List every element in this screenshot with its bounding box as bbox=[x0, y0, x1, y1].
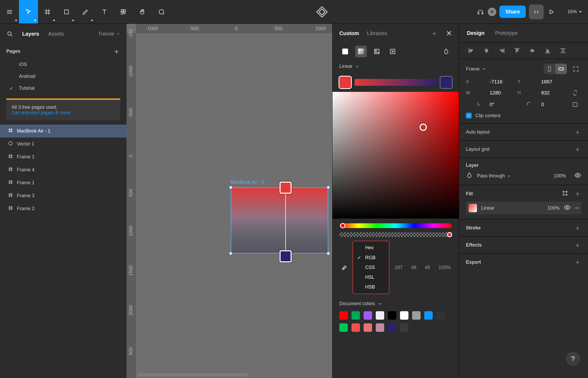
main-menu-button[interactable] bbox=[0, 0, 19, 23]
format-option-hex[interactable]: Hex bbox=[353, 243, 389, 253]
visibility-toggle[interactable] bbox=[574, 172, 581, 180]
paint-video[interactable] bbox=[387, 46, 398, 57]
tab-design[interactable]: Design bbox=[467, 30, 485, 36]
search-icon[interactable] bbox=[6, 30, 13, 37]
blend-droplet-icon[interactable] bbox=[466, 172, 473, 180]
swatch[interactable] bbox=[376, 323, 384, 332]
gradient-stop-start[interactable] bbox=[279, 182, 292, 194]
pos-x[interactable]: -7116 bbox=[490, 79, 518, 85]
fill-swatch[interactable] bbox=[469, 204, 477, 212]
gradient-stop-end[interactable] bbox=[279, 250, 292, 262]
fill-styles-button[interactable] bbox=[562, 190, 568, 198]
comment-tool[interactable] bbox=[152, 0, 171, 23]
swatch[interactable] bbox=[376, 311, 384, 320]
gradient-preview[interactable] bbox=[355, 79, 437, 86]
remove-fill[interactable]: − bbox=[575, 204, 579, 212]
blend-mode-button[interactable] bbox=[440, 46, 452, 57]
swatch[interactable] bbox=[400, 311, 408, 320]
layer-item[interactable]: Frame 1 bbox=[0, 150, 127, 163]
swatch[interactable] bbox=[388, 311, 396, 320]
avatar[interactable]: R bbox=[488, 8, 496, 16]
zoom-dropdown[interactable]: 16% bbox=[561, 9, 588, 15]
eyedropper-button[interactable] bbox=[339, 262, 350, 273]
frame-label[interactable]: MacBook Air - 1 bbox=[231, 179, 264, 185]
add-layoutgrid[interactable]: ＋ bbox=[574, 145, 581, 153]
tab-libraries[interactable]: Libraries bbox=[367, 30, 387, 36]
tab-prototype[interactable]: Prototype bbox=[495, 30, 518, 36]
selected-frame[interactable] bbox=[231, 187, 328, 253]
swatch[interactable] bbox=[436, 311, 445, 320]
frame-type-dropdown[interactable]: Frame bbox=[466, 66, 486, 72]
align-bottom[interactable] bbox=[542, 45, 553, 56]
layer-item[interactable]: Frame 3 bbox=[0, 189, 127, 202]
align-right[interactable] bbox=[497, 45, 507, 56]
orient-landscape[interactable] bbox=[555, 64, 567, 74]
move-tool[interactable] bbox=[19, 0, 38, 23]
layer-item[interactable]: Frame 1 bbox=[0, 176, 127, 189]
add-effect[interactable]: ＋ bbox=[574, 241, 581, 249]
gradient-type-dropdown[interactable]: Linear bbox=[332, 60, 459, 73]
corner-radius[interactable]: 0 bbox=[541, 102, 569, 107]
layer-item[interactable]: MacBook Air - 1 bbox=[0, 125, 127, 138]
document-colors-dropdown[interactable]: Document colors bbox=[332, 296, 459, 309]
text-tool[interactable] bbox=[95, 0, 114, 23]
format-option-hsb[interactable]: HSB bbox=[353, 282, 389, 292]
swatch[interactable] bbox=[364, 311, 372, 320]
tab-assets[interactable]: Assets bbox=[48, 31, 64, 37]
rotation[interactable]: 0° bbox=[490, 102, 518, 107]
hand-tool[interactable] bbox=[133, 0, 152, 23]
page-item[interactable]: Tutorial bbox=[0, 82, 127, 94]
swatch[interactable] bbox=[412, 311, 421, 320]
layer-opacity[interactable]: 100% bbox=[554, 173, 566, 179]
align-left[interactable] bbox=[466, 45, 476, 56]
present-button[interactable] bbox=[544, 8, 561, 15]
swatch[interactable] bbox=[351, 323, 360, 332]
share-button[interactable]: Share bbox=[499, 6, 526, 18]
dev-mode-button[interactable] bbox=[529, 4, 544, 19]
resize-to-fit[interactable] bbox=[571, 64, 581, 74]
align-vcenter[interactable] bbox=[527, 45, 538, 56]
page-item[interactable]: Android bbox=[0, 70, 127, 82]
color-format-menu[interactable]: Hex✓RGBCSSHSLHSB bbox=[353, 241, 389, 294]
clip-content-checkbox[interactable]: ✓ bbox=[466, 113, 472, 119]
orient-portrait[interactable] bbox=[544, 64, 555, 74]
sv-handle[interactable] bbox=[420, 124, 427, 131]
hue-slider[interactable] bbox=[339, 223, 452, 228]
add-autolayout[interactable]: ＋ bbox=[574, 128, 581, 136]
fill-opacity[interactable]: 100% bbox=[547, 205, 560, 211]
sv-color-area[interactable] bbox=[332, 92, 459, 219]
format-option-css[interactable]: CSS bbox=[353, 263, 389, 272]
gradient-axis[interactable] bbox=[285, 193, 286, 255]
add-page-button[interactable]: ＋ bbox=[113, 48, 120, 55]
tab-custom[interactable]: Custom bbox=[339, 30, 359, 36]
layer-item[interactable]: Frame 2 bbox=[0, 202, 127, 215]
swatch[interactable] bbox=[424, 311, 433, 320]
upgrade-link[interactable]: Get unlimited pages & more bbox=[12, 110, 115, 116]
help-button[interactable]: ? bbox=[566, 352, 580, 366]
add-export[interactable]: ＋ bbox=[574, 258, 581, 266]
pen-tool[interactable] bbox=[76, 0, 95, 23]
page-item[interactable]: iOS bbox=[0, 59, 127, 70]
align-hcenter[interactable] bbox=[481, 45, 492, 56]
fill-visibility[interactable] bbox=[564, 204, 571, 212]
add-stroke[interactable]: ＋ bbox=[574, 224, 581, 231]
layer-item[interactable]: Frame 4 bbox=[0, 163, 127, 176]
canvas-scrollbar[interactable] bbox=[137, 373, 248, 376]
distribute[interactable] bbox=[558, 45, 568, 56]
close-picker-button[interactable]: ✕ bbox=[446, 29, 452, 38]
swatch[interactable] bbox=[339, 311, 348, 320]
swatch[interactable] bbox=[364, 323, 372, 332]
resources-tool[interactable] bbox=[114, 0, 133, 23]
independent-corners[interactable] bbox=[569, 101, 581, 108]
paint-solid[interactable] bbox=[339, 46, 351, 57]
format-option-rgb[interactable]: ✓RGB bbox=[353, 253, 389, 263]
align-top[interactable] bbox=[512, 45, 522, 56]
swatch[interactable] bbox=[400, 323, 408, 332]
canvas[interactable]: -1000-50005001000 -150-1000-500050010001… bbox=[127, 24, 332, 378]
alpha-slider[interactable] bbox=[339, 232, 452, 237]
size-w[interactable]: 1280 bbox=[490, 90, 518, 96]
blend-mode-dropdown[interactable]: Pass through bbox=[477, 173, 511, 179]
swatch[interactable] bbox=[339, 323, 348, 332]
tab-layers[interactable]: Layers bbox=[22, 31, 39, 37]
add-fill[interactable]: ＋ bbox=[574, 190, 581, 197]
